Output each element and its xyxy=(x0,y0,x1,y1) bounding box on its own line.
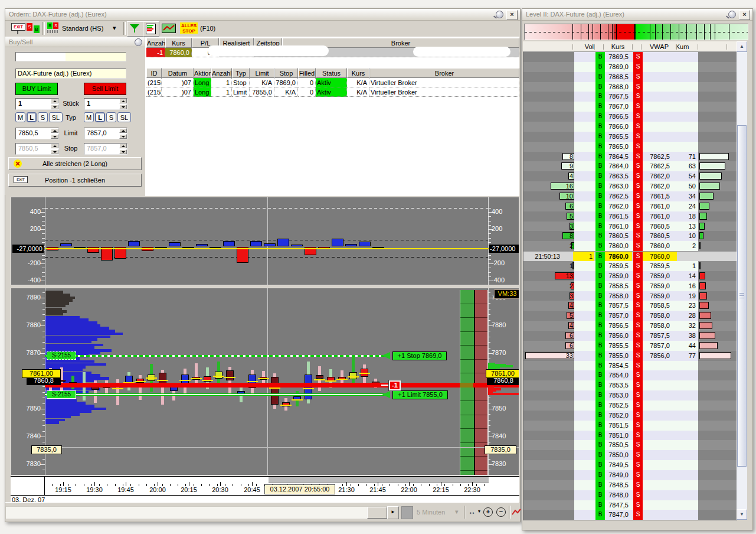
ladder-row[interactable]: 6B7855,5S7857,044 xyxy=(523,341,737,351)
zoom-out-icon[interactable]: − xyxy=(496,507,506,517)
ladder-row[interactable]: 16B7863,0S7862,050 xyxy=(523,181,737,191)
ask-cell[interactable]: S xyxy=(633,380,643,390)
ladder-row[interactable]: B7851,5S xyxy=(523,421,737,431)
bid-cell[interactable]: B xyxy=(595,112,605,122)
limit-buy-input[interactable]: 7850,5 xyxy=(15,128,59,139)
linechart-icon[interactable] xyxy=(512,507,521,516)
ladder-row[interactable]: 6B7862,0S7861,024 xyxy=(523,201,737,211)
ordern-titlebar[interactable]: Ordern: DAX-Future (adj.) (Eurex) xyxy=(5,9,520,21)
h-scrollbar-thumb[interactable] xyxy=(367,507,387,519)
bid-cell[interactable]: B xyxy=(595,321,605,331)
ladder-row[interactable]: B7854,5S xyxy=(523,361,737,371)
expand-chevron-icon[interactable]: ▾ xyxy=(478,509,480,514)
orders-header-aktion[interactable]: Aktion xyxy=(194,68,211,78)
ask-cell[interactable]: S xyxy=(633,311,643,321)
exit-position-button[interactable]: EXIT xyxy=(11,22,26,36)
ask-cell[interactable]: S xyxy=(633,341,643,351)
limit-order-note[interactable]: +1 Limit 7855,0 xyxy=(392,390,448,399)
time-axis[interactable]: 19:1519:3019:4520:0020:1520:3020:4521:30… xyxy=(11,476,519,502)
ask-cell[interactable]: S xyxy=(633,191,643,201)
ask-cell[interactable]: S xyxy=(633,331,643,341)
ladder-row[interactable]: 33B7855,0S7856,077 xyxy=(523,351,737,361)
ask-cell[interactable]: S xyxy=(633,171,643,181)
ladder-row[interactable]: B7866,5S xyxy=(523,112,737,122)
ask-cell[interactable]: S xyxy=(633,132,643,142)
ladder-row[interactable]: B7865,5S xyxy=(523,132,737,142)
bid-cell[interactable]: B xyxy=(595,460,605,470)
ask-cell[interactable]: S xyxy=(633,500,643,510)
bid-cell[interactable]: B xyxy=(595,252,605,262)
ladder-row[interactable]: B7867,0S xyxy=(523,102,737,112)
ask-cell[interactable]: S xyxy=(633,301,643,311)
ladder-row[interactable]: B7848,5S xyxy=(523,480,737,490)
ask-cell[interactable]: S xyxy=(633,142,643,152)
bid-cell[interactable]: B xyxy=(595,142,605,152)
ask-cell[interactable]: S xyxy=(633,510,643,520)
close-icon[interactable]: × xyxy=(739,10,750,20)
stop-sell-input[interactable]: 7857,0 xyxy=(84,143,127,155)
ladder-row[interactable]: 9B7864,0S7862,563 xyxy=(523,161,737,171)
bid-cell[interactable]: B xyxy=(595,72,605,82)
bid-cell[interactable]: B xyxy=(595,370,605,380)
stop-order-note[interactable]: +1 Stop 7869,0 xyxy=(392,351,447,360)
order-type-button-sl[interactable]: SL xyxy=(117,112,131,122)
ask-cell[interactable]: S xyxy=(633,431,643,441)
ask-cell[interactable]: S xyxy=(633,261,643,271)
expand-horizontal-icon[interactable]: ↔ xyxy=(468,507,476,516)
cancel-all-button[interactable]: ✕ Alle streichen (2 Long) xyxy=(8,157,142,170)
bid-cell[interactable]: B xyxy=(595,341,605,351)
ask-cell[interactable]: S xyxy=(633,152,643,162)
sell-limit-button[interactable]: Sell Limit xyxy=(84,83,126,95)
depth-list-toggle-button[interactable] xyxy=(143,21,159,37)
level2-scroll-down-icon[interactable]: ▼ xyxy=(737,509,747,520)
bid-cell[interactable]: B xyxy=(595,171,605,181)
level2-scrollbar-thumb[interactable] xyxy=(737,125,747,467)
limit-sell-input[interactable]: 7857,0 xyxy=(84,128,127,139)
bid-cell[interactable]: B xyxy=(595,161,605,171)
buy-limit-button[interactable]: BUY Limit xyxy=(15,83,58,95)
ask-cell[interactable]: S xyxy=(633,321,643,331)
ladder-row[interactable]: 3B7858,0S7859,019 xyxy=(523,291,737,301)
order-type-button-m[interactable]: M xyxy=(84,112,94,122)
ask-cell[interactable]: S xyxy=(633,92,643,102)
symbol-input[interactable] xyxy=(15,52,126,61)
level2-col-vol[interactable]: Vol xyxy=(558,43,594,50)
ladder-row[interactable]: B7852,0S xyxy=(523,411,737,421)
ladder-row[interactable]: B7850,5S xyxy=(523,440,737,450)
ladder-row[interactable]: B7868,5S xyxy=(523,72,737,82)
orders-header-anzahl[interactable]: Anzahl xyxy=(211,68,232,78)
bid-cell[interactable]: B xyxy=(595,331,605,341)
bid-cell[interactable]: B xyxy=(595,450,605,460)
bid-cell[interactable]: B xyxy=(595,400,605,411)
chart-button[interactable] xyxy=(161,22,176,36)
indicator-panel[interactable]: 400400200200-200-200-400-400-27,0000-27,… xyxy=(11,197,519,285)
bid-cell[interactable]: B xyxy=(595,421,605,431)
period-box-icon[interactable] xyxy=(401,506,413,519)
bid-cell[interactable]: B xyxy=(595,82,605,92)
ladder-row[interactable]: B7853,5S xyxy=(523,380,737,390)
bid-cell[interactable]: B xyxy=(595,311,605,321)
ask-cell[interactable]: S xyxy=(633,82,643,92)
bid-cell[interactable]: B xyxy=(595,122,605,132)
ask-cell[interactable]: S xyxy=(633,450,643,460)
alles-stop-button[interactable]: ALLESSTOP (F10) xyxy=(180,22,219,35)
order-preset-dropdown[interactable]: B S Standard (HS) ▾ xyxy=(47,22,121,35)
ask-cell[interactable]: S xyxy=(633,291,643,301)
ask-cell[interactable]: S xyxy=(633,222,643,232)
bid-cell[interactable]: B xyxy=(595,390,605,400)
ladder-row[interactable]: B7848,0S xyxy=(523,490,737,500)
order-type-button-m[interactable]: M xyxy=(15,112,25,122)
bid-cell[interactable]: B xyxy=(595,132,605,142)
spin-up-icon[interactable] xyxy=(119,99,127,103)
bid-cell[interactable]: B xyxy=(595,510,605,520)
ladder-row[interactable]: 13B7859,0S7859,014 xyxy=(523,271,737,281)
bid-cell[interactable]: B xyxy=(595,191,605,201)
level2-titlebar[interactable]: Level II: DAX-Future (adj.) (Eurex) xyxy=(522,9,752,21)
bid-cell[interactable]: B xyxy=(595,211,605,222)
bid-cell[interactable]: B xyxy=(595,411,605,421)
ladder-row[interactable]: B7847,5S xyxy=(523,500,737,510)
ask-cell[interactable]: S xyxy=(633,211,643,222)
ladder-row[interactable]: B7868,0S xyxy=(523,82,737,92)
bid-cell[interactable]: B xyxy=(595,281,605,291)
ladder-row[interactable]: B7849,0S xyxy=(523,470,737,480)
